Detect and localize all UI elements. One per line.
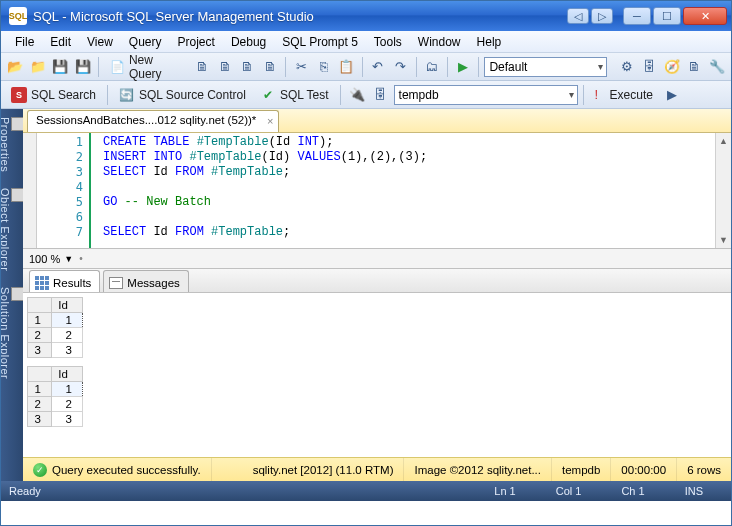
minimize-button[interactable]: ─ [623,7,651,25]
close-button[interactable]: ✕ [683,7,727,25]
properties-icon[interactable]: 🔧 [707,56,727,78]
save-icon[interactable]: 💾 [50,56,70,78]
new-query-button[interactable]: 📄New Query [104,56,191,78]
query-status-msg: Query executed successfully. [52,464,201,476]
results-area: Id 11 22 33 Id 11 22 33 [23,293,731,457]
success-icon: ✓ [33,463,47,477]
app-icon: SQL [9,7,27,25]
menu-window[interactable]: Window [410,33,469,51]
template-explorer-icon[interactable]: 🗎 [684,56,704,78]
menu-sqlprompt[interactable]: SQL Prompt 5 [274,33,366,51]
sidebar: Properties Object Explorer Solution Expl… [1,109,23,481]
copy-icon[interactable]: ⎘ [314,56,334,78]
status-ch: Ch 1 [601,485,664,497]
save-all-icon[interactable]: 💾 [72,56,92,78]
content: SessionsAndBatches....012 sqlity.net (52… [23,109,731,481]
tab-results[interactable]: Results [29,270,100,292]
menu-debug[interactable]: Debug [223,33,274,51]
status-ln: Ln 1 [474,485,535,497]
tab-messages[interactable]: Messages [103,270,188,292]
status-col: Col 1 [536,485,602,497]
result-set-2: Id 11 22 33 [27,366,83,427]
menu-project[interactable]: Project [170,33,223,51]
undo-icon[interactable]: ↶ [368,56,388,78]
menu-query[interactable]: Query [121,33,170,51]
editor-scrollbar[interactable]: ▲▼ [715,133,731,248]
messages-icon [109,277,123,289]
open-icon[interactable]: 📂 [5,56,25,78]
execute-button[interactable]: ! Execute [589,84,659,106]
status-bar: Ready Ln 1 Col 1 Ch 1 INS [1,481,731,501]
tab-close-icon[interactable]: × [267,115,273,127]
mdx-query-icon[interactable]: 🗎 [215,56,235,78]
status-ins: INS [665,485,723,497]
nav-prev-button[interactable]: ◁ [567,8,589,24]
titlebar: SQL SQL - Microsoft SQL Server Managemen… [1,1,731,31]
sql-search-button[interactable]: SSQL Search [5,84,102,106]
available-databases-icon[interactable]: 🗄 [370,84,392,106]
activity-icon[interactable]: ⚙ [617,56,637,78]
menu-edit[interactable]: Edit [42,33,79,51]
status-rows: 6 rows [677,458,731,481]
sql-source-control-button[interactable]: 🔄SQL Source Control [113,84,252,106]
query-status-bar: ✓Query executed successfully. sqlity.net… [23,457,731,481]
toolbar-standard: 📂 📁 💾 💾 📄New Query 🗎 🗎 🗎 🗎 ✂ ⎘ 📋 ↶ ↷ 🗂 ▶… [1,53,731,81]
paste-icon[interactable]: 📋 [336,56,356,78]
status-user: Image ©2012 sqlity.net... [404,458,552,481]
newquery-icon: 📄 [110,59,125,75]
config-combo[interactable]: Default [484,57,607,77]
toolbar-sql: SSQL Search 🔄SQL Source Control ✔SQL Tes… [1,81,731,109]
zoom-bar: 100 % ▼ • [23,249,731,269]
zoom-dropdown-icon[interactable]: ▼ [64,254,73,264]
status-time: 00:00:00 [611,458,677,481]
change-connection-icon[interactable]: 🔌 [346,84,368,106]
menu-tools[interactable]: Tools [366,33,410,51]
window-title: SQL - Microsoft SQL Server Management St… [33,9,567,24]
object-explorer-icon[interactable]: 🧭 [662,56,682,78]
main: Properties Object Explorer Solution Expl… [1,109,731,481]
zoom-value[interactable]: 100 % [29,253,60,265]
registered-servers-icon[interactable]: 🗄 [639,56,659,78]
dmx-query-icon[interactable]: 🗎 [237,56,257,78]
execute-icon: ! [595,87,599,102]
menubar: File Edit View Query Project Debug SQL P… [1,31,731,53]
nav-next-button[interactable]: ▷ [591,8,613,24]
sql-test-button[interactable]: ✔SQL Test [254,84,335,106]
open-project-icon[interactable]: 📁 [27,56,47,78]
tab-query[interactable]: SessionsAndBatches....012 sqlity.net (52… [27,110,279,132]
start-icon[interactable]: ▶ [453,56,473,78]
xmla-query-icon[interactable]: 🗎 [260,56,280,78]
menu-file[interactable]: File [7,33,42,51]
sourcecontrol-icon: 🔄 [119,87,135,103]
status-db: tempdb [552,458,611,481]
status-server: sqlity.net [2012] (11.0 RTM) [243,458,405,481]
database-combo[interactable]: tempdb [394,85,578,105]
code-text[interactable]: CREATE TABLE #TempTable(Id INT);INSERT I… [103,135,715,240]
document-tabs: SessionsAndBatches....012 sqlity.net (52… [23,109,731,133]
sqlsearch-icon: S [11,87,27,103]
menu-help[interactable]: Help [469,33,510,51]
maximize-button[interactable]: ☐ [653,7,681,25]
status-ready: Ready [9,485,41,497]
results-tabs: Results Messages [23,269,731,293]
sqltest-icon: ✔ [260,87,276,103]
col-id[interactable]: Id [52,298,83,313]
db-engine-query-icon[interactable]: 🗎 [192,56,212,78]
col-id-2[interactable]: Id [52,367,83,382]
results-grid-icon [35,276,49,290]
redo-icon[interactable]: ↷ [390,56,410,78]
result-set-1: Id 11 22 33 [27,297,83,358]
window-buttons: ◁ ▷ ─ ☐ ✕ [567,7,727,25]
menu-view[interactable]: View [79,33,121,51]
code-editor[interactable]: ▾ ▾ 1234567 CREATE TABLE #TempTable(Id I… [23,133,731,249]
debug-icon[interactable]: ▶ [661,84,683,106]
editor-margin: ▾ ▾ [23,133,37,248]
solution-explorer-icon[interactable]: 🗂 [422,56,442,78]
cut-icon[interactable]: ✂ [291,56,311,78]
line-gutter: 1234567 [37,133,91,248]
